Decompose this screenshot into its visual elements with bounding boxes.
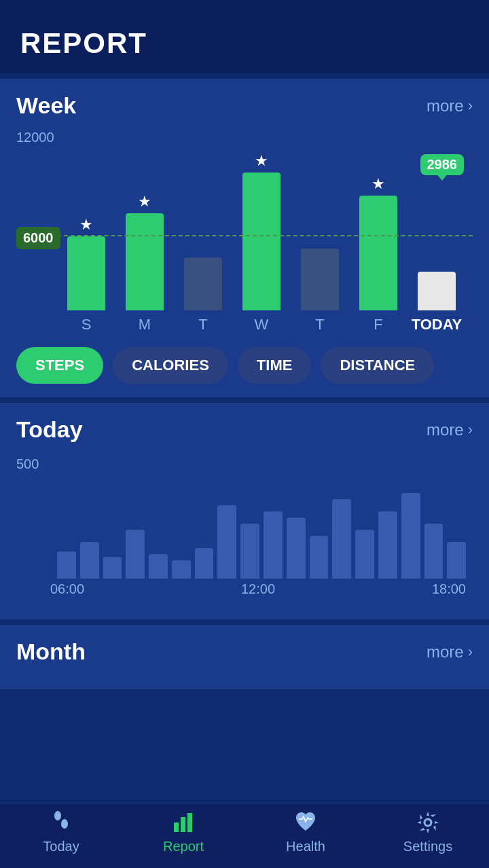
svg-point-1 <box>61 819 68 829</box>
bottom-nav: Today Report Health Settings <box>0 803 489 868</box>
y-label-mid: 6000 <box>16 227 60 249</box>
today-bar-14 <box>355 530 374 579</box>
week-section: Week more › 12000 6000 ★ S <box>0 79 489 397</box>
page-title: REPORT <box>20 27 469 60</box>
bar-t1: T <box>174 134 232 333</box>
x-label-1200: 12:00 <box>241 581 275 597</box>
today-bar-3 <box>103 557 122 579</box>
svg-point-0 <box>54 811 61 820</box>
svg-point-5 <box>424 819 431 826</box>
month-section: Month more › <box>0 625 489 689</box>
bar-t1-label: T <box>198 316 207 333</box>
bar-s-fill: ★ <box>67 236 105 310</box>
nav-report[interactable]: Report <box>122 810 244 854</box>
bar-t2: T <box>291 134 349 333</box>
today-bar-9 <box>240 524 259 579</box>
nav-today[interactable]: Today <box>0 810 122 854</box>
tooltip-arrow <box>437 174 448 181</box>
week-bars-container: ★ S ★ M T <box>50 130 473 333</box>
month-section-header: Month more › <box>16 638 473 665</box>
week-more-link[interactable]: more › <box>427 96 473 115</box>
bar-t1-fill <box>184 257 222 310</box>
svg-rect-4 <box>187 813 192 832</box>
today-more-label: more <box>427 420 464 439</box>
today-more-link[interactable]: more › <box>427 420 473 439</box>
today-bar-6 <box>172 560 191 579</box>
filter-time-button[interactable]: TIME <box>238 347 312 384</box>
today-x-labels: 06:00 12:00 18:00 <box>16 579 473 597</box>
bar-f-star: ★ <box>372 175 385 193</box>
gear-icon <box>416 810 440 835</box>
week-more-chevron: › <box>468 97 473 115</box>
bar-m-label: M <box>139 316 151 333</box>
today-bar-10 <box>264 511 283 579</box>
today-bar-4 <box>126 530 145 579</box>
x-label-1800: 18:00 <box>432 581 466 597</box>
x-label-0600: 06:00 <box>50 581 84 597</box>
today-bar-13 <box>332 499 351 579</box>
bar-w-fill: ★ <box>242 173 280 310</box>
today-section-header: Today more › <box>16 416 473 443</box>
week-title: Week <box>16 92 76 119</box>
bar-today: 2986 TODAY <box>408 134 466 333</box>
month-more-chevron: › <box>468 643 473 661</box>
bar-today-fill <box>418 272 456 310</box>
bar-f: ★ F <box>349 134 408 333</box>
bar-w-star: ★ <box>255 152 268 170</box>
filter-calories-button[interactable]: CALORIES <box>113 347 228 384</box>
nav-settings-label: Settings <box>403 839 452 854</box>
month-more-link[interactable]: more › <box>427 643 473 662</box>
today-bars-row <box>50 456 473 579</box>
nav-settings[interactable]: Settings <box>367 810 489 854</box>
month-more-label: more <box>427 643 464 662</box>
bar-s-star: ★ <box>79 216 93 234</box>
today-y-label: 500 <box>16 456 39 472</box>
nav-health-label: Health <box>286 839 325 854</box>
filter-distance-button[interactable]: DISTANCE <box>321 347 434 384</box>
today-bar-11 <box>287 518 306 579</box>
bar-t2-fill <box>301 249 339 310</box>
today-chart-area: 500 06:00 12:00 18:00 <box>16 456 473 606</box>
footprint-icon <box>49 810 73 835</box>
nav-health[interactable]: Health <box>244 810 367 854</box>
today-bar-5 <box>149 554 168 579</box>
bar-m-fill: ★ <box>126 213 164 310</box>
today-bar-8 <box>217 505 236 579</box>
bar-m-star: ★ <box>138 193 151 211</box>
bar-t2-label: T <box>315 316 324 333</box>
today-bar-17 <box>424 524 443 579</box>
today-bar-12 <box>310 536 329 579</box>
bar-f-fill: ★ <box>359 196 397 310</box>
bar-f-label: F <box>374 316 382 333</box>
heart-icon <box>293 810 318 835</box>
today-tooltip: 2986 <box>420 154 465 175</box>
bar-chart-icon <box>171 810 196 835</box>
today-title: Today <box>16 416 83 443</box>
nav-today-label: Today <box>43 839 79 854</box>
today-bar-15 <box>378 511 397 579</box>
month-title: Month <box>16 638 86 665</box>
week-chart-area: 12000 6000 ★ S ★ <box>16 130 473 333</box>
today-bar-16 <box>401 493 420 579</box>
filter-steps-button[interactable]: STEPS <box>16 347 103 384</box>
today-bar-7 <box>195 548 214 579</box>
y-label-top: 12000 <box>16 130 54 145</box>
today-bar-1 <box>57 551 76 579</box>
today-section: Today more › 500 <box>0 403 489 619</box>
today-bar-2 <box>80 542 99 579</box>
bar-today-label: TODAY <box>412 316 463 333</box>
today-bar-18 <box>447 542 466 579</box>
week-more-label: more <box>427 96 464 115</box>
today-more-chevron: › <box>468 421 473 439</box>
bar-m: ★ M <box>115 134 174 333</box>
bar-w-label: W <box>255 316 269 333</box>
filter-buttons-container: STEPS CALORIES TIME DISTANCE <box>16 347 473 384</box>
svg-rect-2 <box>174 822 179 832</box>
svg-rect-3 <box>181 817 185 832</box>
nav-report-label: Report <box>163 839 204 854</box>
bar-s: ★ S <box>57 134 115 333</box>
app-header: REPORT <box>0 0 489 73</box>
bar-w: ★ W <box>232 134 291 333</box>
bar-s-label: S <box>82 316 92 333</box>
week-section-header: Week more › <box>16 92 473 119</box>
